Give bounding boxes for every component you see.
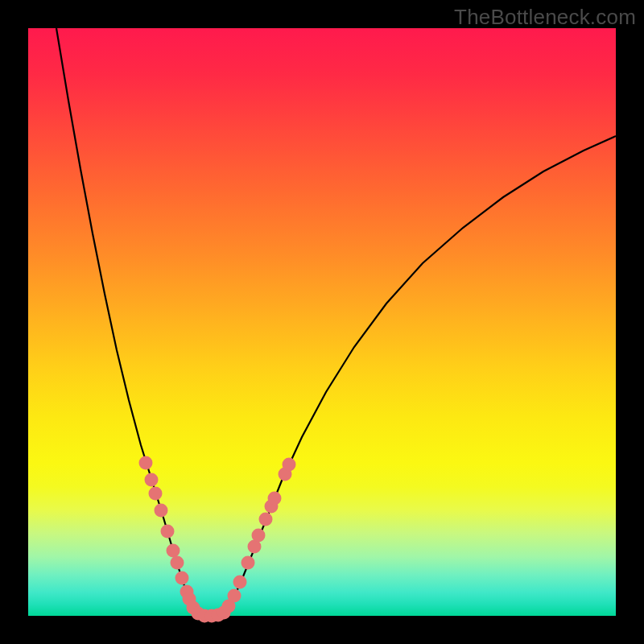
chart-frame: TheBottleneck.com [0,0,644,644]
data-marker [155,504,168,518]
data-marker [268,492,282,506]
data-marker [242,556,255,570]
data-marker [252,529,266,543]
data-marker [259,513,273,526]
data-marker [228,589,242,603]
data-marker [167,544,180,558]
watermark-text: TheBottleneck.com [454,5,636,30]
data-marker [175,572,189,585]
data-marker [171,556,184,570]
bottleneck-curve [56,28,616,616]
data-marker [233,576,247,589]
chart-svg [28,28,616,616]
data-marker [161,525,175,539]
data-markers [139,456,296,623]
data-marker [149,487,163,501]
data-marker [145,473,159,487]
data-marker [139,456,153,470]
data-marker [283,458,296,472]
plot-area [28,28,616,616]
